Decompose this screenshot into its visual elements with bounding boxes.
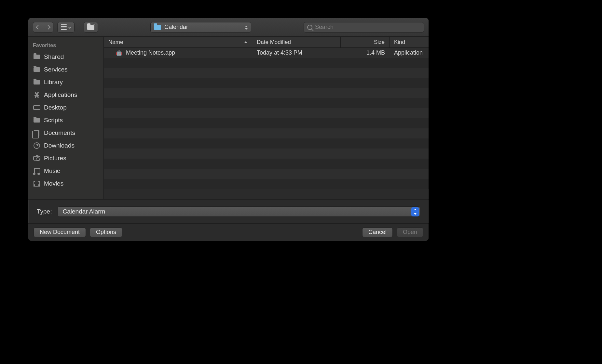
file-area: Name Date Modified Size Kind 🤖Meeting No… <box>104 37 429 199</box>
sidebar-item-pictures[interactable]: Pictures <box>28 152 103 164</box>
sidebar-item-label: Applications <box>44 91 77 98</box>
sidebar-item-documents[interactable]: Documents <box>28 126 103 139</box>
sidebar-item-library[interactable]: Library <box>28 76 103 88</box>
sidebar-item-scripts[interactable]: Scripts <box>28 114 103 126</box>
sidebar-item-label: Library <box>44 79 63 86</box>
folder-icon <box>33 55 41 59</box>
view-mode-button[interactable] <box>57 22 75 32</box>
sidebar-item-label: Movies <box>44 180 63 187</box>
list-view-icon <box>61 24 67 30</box>
sidebar-item-label: Downloads <box>44 142 75 149</box>
type-label: Type: <box>37 208 52 215</box>
options-button[interactable]: Options <box>90 228 122 237</box>
file-name: Meeting Notes.app <box>126 49 175 56</box>
type-select[interactable]: Calendar Alarm <box>58 206 420 217</box>
sidebar-item-desktop[interactable]: Desktop <box>28 101 103 114</box>
app-icon <box>33 92 41 98</box>
folder-icon <box>154 25 161 30</box>
sidebar: Favorites SharedServicesLibraryApplicati… <box>28 37 104 199</box>
sidebar-item-label: Music <box>44 167 60 175</box>
sort-ascending-icon <box>244 41 247 43</box>
camera-icon <box>33 156 41 161</box>
search-field[interactable]: Search <box>304 22 424 32</box>
nav-back-forward <box>33 22 53 32</box>
open-button[interactable]: Open <box>397 228 423 237</box>
column-header-name[interactable]: Name <box>104 37 252 47</box>
type-value: Calendar Alarm <box>62 208 105 215</box>
sidebar-item-label: Desktop <box>44 104 67 111</box>
folder-icon <box>33 80 41 84</box>
application-icon: 🤖 <box>116 50 123 56</box>
empty-row <box>104 149 429 159</box>
sidebar-item-label: Documents <box>44 129 75 136</box>
sidebar-item-music[interactable]: Music <box>28 164 103 177</box>
folder-icon <box>33 118 41 123</box>
new-document-button[interactable]: New Document <box>34 228 86 237</box>
doc-icon <box>33 130 41 136</box>
file-list: 🤖Meeting Notes.appToday at 4:33 PM1.4 MB… <box>104 48 429 199</box>
updown-icon <box>244 24 248 32</box>
type-bar: Type: Calendar Alarm <box>28 199 429 223</box>
sidebar-item-downloads[interactable]: Downloads <box>28 139 103 152</box>
empty-row <box>104 179 429 189</box>
empty-row <box>104 128 429 138</box>
location-popup[interactable]: Calendar <box>150 22 251 32</box>
file-row[interactable]: 🤖Meeting Notes.appToday at 4:33 PM1.4 MB… <box>104 48 429 58</box>
sidebar-header: Favorites <box>28 39 103 50</box>
file-date: Today at 4:33 PM <box>252 49 341 56</box>
sidebar-item-label: Services <box>44 66 68 73</box>
empty-row <box>104 68 429 78</box>
empty-row <box>104 58 429 68</box>
file-kind: Application <box>390 49 429 56</box>
back-button[interactable] <box>33 22 43 32</box>
empty-row <box>104 98 429 108</box>
column-header-date[interactable]: Date Modified <box>252 37 341 47</box>
open-dialog: Calendar Search Favorites SharedServices… <box>28 18 429 241</box>
toolbar: Calendar Search <box>28 18 429 37</box>
sidebar-item-shared[interactable]: Shared <box>28 50 103 63</box>
search-icon <box>307 25 312 30</box>
sidebar-item-label: Scripts <box>44 117 63 124</box>
sidebar-item-services[interactable]: Services <box>28 63 103 76</box>
new-folder-button[interactable] <box>84 22 98 32</box>
chevron-left-icon <box>36 25 40 29</box>
download-icon <box>33 142 41 149</box>
column-header-row: Name Date Modified Size Kind <box>104 37 429 48</box>
desktop-icon <box>33 105 41 110</box>
film-icon <box>33 181 41 187</box>
forward-button[interactable] <box>43 22 53 32</box>
footer: New Document Options Cancel Open <box>28 223 429 241</box>
search-placeholder: Search <box>315 24 334 31</box>
empty-row <box>104 78 429 88</box>
empty-row <box>104 138 429 149</box>
cancel-button[interactable]: Cancel <box>362 228 393 237</box>
column-header-kind[interactable]: Kind <box>390 37 429 47</box>
sidebar-item-applications[interactable]: Applications <box>28 88 103 101</box>
sidebar-item-label: Shared <box>44 53 64 60</box>
empty-row <box>104 169 429 179</box>
empty-row <box>104 88 429 98</box>
sidebar-item-label: Pictures <box>44 155 66 162</box>
location-label: Calendar <box>164 24 188 31</box>
empty-row <box>104 108 429 118</box>
stepper-icon <box>411 207 419 216</box>
sidebar-item-movies[interactable]: Movies <box>28 177 103 190</box>
column-header-size[interactable]: Size <box>341 37 390 47</box>
chevron-down-icon <box>68 26 72 29</box>
music-icon <box>33 168 41 174</box>
chevron-right-icon <box>46 25 50 29</box>
file-size: 1.4 MB <box>341 49 390 56</box>
folder-icon <box>33 67 41 72</box>
new-folder-icon <box>87 25 94 30</box>
empty-row <box>104 118 429 128</box>
empty-row <box>104 159 429 169</box>
